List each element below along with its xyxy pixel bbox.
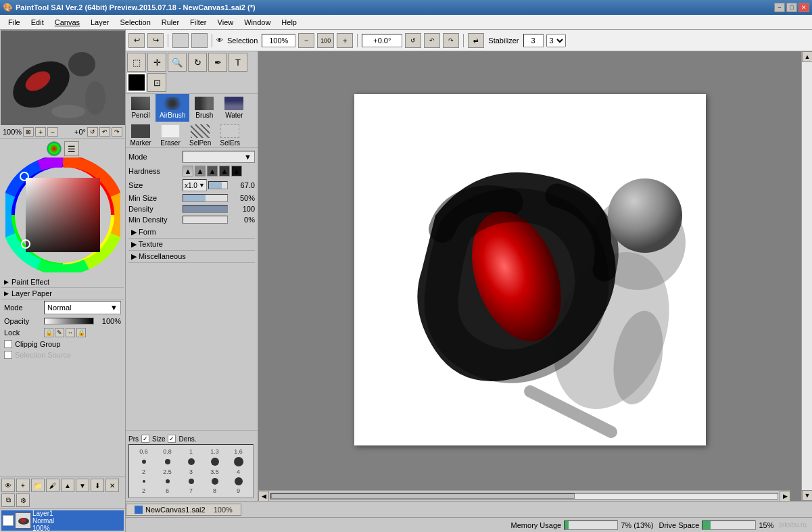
eraser-brush-button[interactable]: Eraser [156, 122, 185, 148]
canvas-mode-btn2[interactable] [191, 33, 208, 48]
zoom-tool-icon[interactable]: 🔍 [168, 53, 187, 72]
density-slider[interactable] [183, 205, 228, 213]
brush-brush-button[interactable]: Brush [189, 94, 219, 122]
lock-edit-button[interactable]: ✎ [55, 328, 64, 337]
menu-window[interactable]: Window [239, 17, 276, 28]
menu-selection[interactable]: Selection [115, 17, 156, 28]
airbrush-brush-button[interactable]: AirBrush [156, 94, 189, 122]
layer-paint-button[interactable]: 🖌 [46, 479, 59, 492]
selection-source-radio[interactable] [4, 351, 12, 359]
foreground-color-icon[interactable] [127, 73, 146, 92]
canvas-mode-btn1[interactable] [172, 33, 189, 48]
water-brush-button[interactable]: Water [219, 94, 249, 122]
scroll-down-button[interactable]: ▼ [802, 490, 812, 501]
stabilizer-select[interactable]: 301245 [546, 34, 566, 47]
color-sliders-icon[interactable]: ☰ [64, 141, 79, 156]
pressure-size-checkbox[interactable]: ✓ [141, 435, 149, 443]
fill-tool-icon[interactable]: ⊡ [147, 73, 166, 92]
color-wheel-icon[interactable] [47, 141, 62, 156]
h-scroll-track[interactable] [270, 493, 778, 500]
min-size-slider[interactable] [183, 194, 228, 202]
menu-ruler[interactable]: Ruler [156, 17, 185, 28]
horizontal-scrollbar[interactable]: ◀ ▶ [258, 490, 790, 501]
eyedropper-tool-icon[interactable]: ✒ [208, 53, 227, 72]
layer-item[interactable]: 👁 Layer1 Normal 100% [1, 510, 124, 531]
paint-effect-header[interactable]: ▶ Paint Effect [1, 276, 124, 288]
canvas-tab[interactable]: NewCanvas1.sai2 100% [126, 504, 241, 516]
lock-move-button[interactable]: ↔ [66, 328, 75, 337]
layer-copy-button[interactable]: ⧉ [1, 493, 15, 507]
scroll-up-button[interactable]: ▲ [802, 51, 812, 62]
menu-file[interactable]: File [3, 17, 26, 28]
right-scrollbar[interactable]: ▲ ▼ [801, 51, 812, 501]
layer-visibility-button[interactable]: 👁 [1, 479, 15, 492]
layer-delete-button[interactable]: ✕ [105, 479, 119, 492]
selection-tool-icon[interactable]: ⬚ [127, 53, 146, 72]
misc-header[interactable]: ▶ Miscellaneous [128, 251, 255, 263]
angle-right-button[interactable]: ↷ [443, 33, 459, 48]
min-density-slider[interactable] [183, 216, 228, 224]
hard-btn-1[interactable]: ▲ [183, 166, 193, 176]
hard-btn-2[interactable]: ▲ [195, 166, 206, 176]
menu-layer[interactable]: Layer [85, 17, 115, 28]
lock-all-button[interactable]: 🔒 [76, 328, 86, 337]
mode-dropdown[interactable]: Normal ▼ [44, 301, 121, 314]
menu-edit[interactable]: Edit [26, 17, 49, 28]
scroll-right-button[interactable]: ▶ [780, 491, 790, 502]
hard-btn-3[interactable]: ▲ [207, 166, 218, 176]
stabilizer-input[interactable] [523, 34, 544, 47]
angle-left-button[interactable]: ↶ [424, 33, 440, 48]
layer-eye-icon[interactable]: 👁 [3, 515, 14, 526]
canvas-area[interactable]: ◀ ▶ [258, 51, 801, 501]
text-tool-icon[interactable]: T [229, 53, 247, 72]
zoom-input[interactable] [262, 34, 295, 47]
zoom-100-button[interactable]: 100 [317, 33, 334, 48]
layer-move-down-button[interactable]: ▼ [76, 479, 89, 492]
form-header[interactable]: ▶ Form [128, 226, 255, 239]
redo-button[interactable]: ↪ [147, 33, 164, 48]
scroll-left-button[interactable]: ◀ [258, 491, 269, 502]
scroll-track[interactable] [802, 62, 812, 490]
rotate-right-button[interactable]: ↷ [112, 127, 122, 137]
menu-canvas[interactable]: Canvas [49, 17, 85, 28]
layer-move-up-button[interactable]: ▲ [61, 479, 74, 492]
flip-h-button[interactable]: ⇄ [468, 33, 484, 48]
layer-paper-header[interactable]: ▶ Layer Paper [1, 288, 124, 299]
rotate-tool-icon[interactable]: ↻ [188, 53, 207, 72]
selers-brush-button[interactable]: SelErs [215, 122, 245, 148]
angle-reset-button[interactable]: ↺ [405, 33, 421, 48]
layer-merge-button[interactable]: ⬇ [91, 479, 104, 492]
h-scroll-thumb[interactable] [271, 493, 575, 499]
menu-filter[interactable]: Filter [185, 17, 212, 28]
move-tool-icon[interactable]: ✛ [147, 53, 166, 72]
hard-btn-5[interactable]: ▲ [231, 166, 242, 176]
texture-header[interactable]: ▶ Texture [128, 239, 255, 251]
pressure-dens-checkbox[interactable]: ✓ [168, 435, 176, 443]
menu-help[interactable]: Help [276, 17, 302, 28]
layer-add-button[interactable]: + [16, 479, 30, 492]
rotate-reset-button[interactable]: ↺ [87, 127, 98, 137]
rotate-left-button[interactable]: ↶ [99, 127, 110, 137]
selpen-brush-button[interactable]: SelPen [185, 122, 215, 148]
opacity-slider[interactable] [44, 318, 94, 324]
close-button[interactable]: ✕ [798, 3, 809, 12]
size-slider[interactable] [208, 181, 228, 189]
layer-folder-button[interactable]: 📁 [31, 479, 45, 492]
zoom-minus-button[interactable]: − [47, 127, 58, 137]
color-wheel-container[interactable] [5, 158, 120, 272]
zoom-out-button[interactable]: − [298, 33, 314, 48]
layer-settings-button[interactable]: ⚙ [16, 493, 30, 507]
maximize-button[interactable]: □ [786, 3, 797, 12]
size-multiplier-dropdown[interactable]: x1.0 ▼ [183, 179, 207, 191]
pencil-brush-button[interactable]: Pencil [126, 94, 156, 122]
zoom-plus-button[interactable]: + [35, 127, 46, 137]
menu-view[interactable]: View [212, 17, 239, 28]
canvas-image[interactable] [354, 94, 706, 445]
lock-alpha-button[interactable]: 🔒 [44, 328, 53, 337]
hard-btn-4[interactable]: ▲ [219, 166, 230, 176]
angle-input[interactable] [362, 34, 402, 47]
zoom-in-button[interactable]: + [337, 33, 353, 48]
clippig-checkbox[interactable] [4, 340, 12, 348]
bs-mode-dropdown[interactable]: ▼ [183, 151, 255, 163]
marker-brush-button[interactable]: Marker [126, 122, 156, 148]
